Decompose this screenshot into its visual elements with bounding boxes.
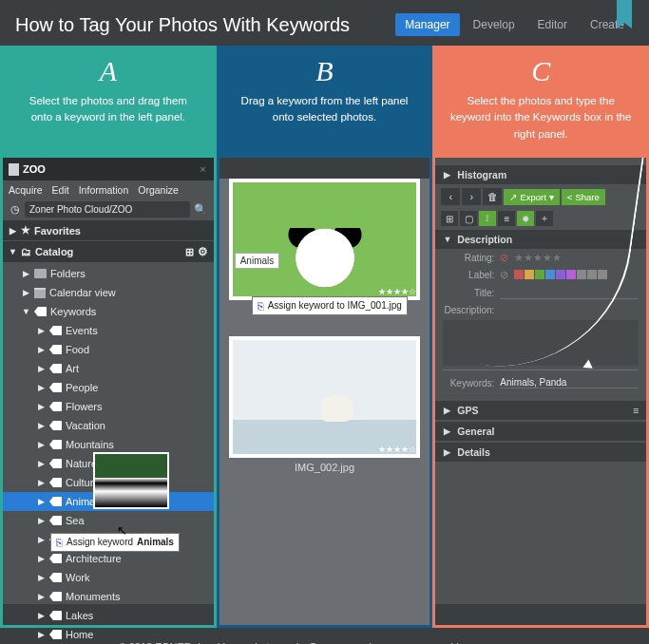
tag-icon <box>49 573 62 582</box>
keyword-work[interactable]: ▶Work <box>3 568 214 587</box>
keyword-lakes[interactable]: ▶Lakes <box>3 606 214 625</box>
menu-edit[interactable]: Edit <box>52 184 69 196</box>
rating-stars[interactable]: ★★★★☆ <box>378 445 416 454</box>
page-title: How to Tag Your Photos With Keywords <box>15 14 395 36</box>
tag-icon <box>49 345 62 354</box>
col-a-letter: A <box>17 55 200 87</box>
dragged-thumbnail <box>93 452 169 509</box>
tag-icon <box>49 440 62 449</box>
assign-tooltip-a: ⎘ Assign keyword Animals <box>50 533 180 552</box>
menu-information[interactable]: Information <box>79 184 129 196</box>
section-details[interactable]: ▶Details <box>435 443 646 462</box>
column-b: B Drag a keyword from the left panel ont… <box>217 46 433 628</box>
assign-cursor-icon: ⎘ <box>258 300 264 312</box>
document-tab[interactable]: ZOO × <box>3 158 214 180</box>
calendar-icon <box>34 288 46 298</box>
tag-icon <box>49 592 62 601</box>
catalog-icon: 🗂 <box>21 246 31 257</box>
keyword-mountains[interactable]: ▶Mountains <box>3 435 214 454</box>
search-icon[interactable]: 🔍 <box>193 203 208 216</box>
caret-right-icon: ▶ <box>9 226 17 236</box>
tag-icon <box>49 497 62 506</box>
col-a-desc: Select the photos and drag them onto a k… <box>17 93 200 126</box>
section-general[interactable]: ▶General <box>435 422 646 441</box>
star-icon: ★ <box>21 224 30 237</box>
tag-tool-icon[interactable]: ⊞ <box>441 211 458 226</box>
favorites-label: Favorites <box>34 225 81 237</box>
column-c: C Select the photos and type the keyword… <box>432 46 649 628</box>
header: How to Tag Your Photos With Keywords Man… <box>0 0 649 46</box>
image-caption-2: IMG_002.jpg <box>229 462 421 473</box>
photo-thumbnail-2[interactable]: ★★★★☆ <box>229 336 421 458</box>
folder-icon <box>34 269 47 278</box>
keyword-monuments[interactable]: ▶Monuments <box>3 587 214 606</box>
document-icon <box>9 163 19 176</box>
col-c-letter: C <box>449 55 632 87</box>
tag-icon <box>49 402 62 411</box>
tag-icon <box>49 383 62 392</box>
keyword-architecture[interactable]: ▶Architecture <box>3 549 214 568</box>
menu-acquire[interactable]: Acquire <box>9 184 43 196</box>
catalog-label: Catalog <box>35 246 73 257</box>
location-field[interactable]: Zoner Photo Cloud/ZOO <box>25 201 190 218</box>
tag-icon <box>49 611 62 620</box>
section-gps[interactable]: ▶GPS≡ <box>435 401 646 420</box>
keywords-label: Keywords: <box>443 378 494 388</box>
dragged-keyword-tag: Animals <box>235 253 280 269</box>
tag-icon <box>49 630 62 639</box>
close-icon[interactable]: × <box>192 163 213 175</box>
add-folder-icon[interactable]: ⊞ <box>185 246 194 258</box>
tree-calendar[interactable]: ▶Calendar view <box>3 283 214 302</box>
keyword-events[interactable]: ▶Events <box>3 321 214 340</box>
tree-keywords[interactable]: ▼Keywords <box>3 302 214 321</box>
tag-icon <box>49 326 62 335</box>
history-icon[interactable]: ◷ <box>9 204 22 216</box>
tab-manager[interactable]: Manager <box>395 13 459 36</box>
keyword-vacation[interactable]: ▶Vacation <box>3 416 214 435</box>
tab-develop[interactable]: Develop <box>464 13 525 36</box>
col-b-desc: Drag a keyword from the left panel onto … <box>234 93 416 126</box>
hamburger-icon[interactable]: ≡ <box>633 405 639 416</box>
rating-stars[interactable]: ★★★★☆ <box>378 287 416 296</box>
gear-icon[interactable]: ⚙ <box>198 245 208 258</box>
tag-icon <box>49 478 62 487</box>
menu-bar: Acquire Edit Information Organize <box>3 180 214 199</box>
keyword-art[interactable]: ▶Art <box>3 359 214 378</box>
tab-editor[interactable]: Editor <box>528 13 577 36</box>
keywords-input[interactable]: Animals, Panda <box>500 377 639 388</box>
tag-icon <box>49 554 62 563</box>
assign-cursor-icon: ⎘ <box>56 537 63 548</box>
keyword-flowers[interactable]: ▶Flowers <box>3 397 214 416</box>
tag-icon <box>49 516 62 525</box>
cursor-icon: ↖ <box>117 523 127 538</box>
document-tab-label: ZOO <box>23 163 192 175</box>
tag-icon <box>49 364 62 373</box>
polar-bear-image <box>321 395 353 422</box>
panda-image <box>287 228 363 294</box>
back-icon[interactable]: ‹ <box>441 188 460 205</box>
keyword-people[interactable]: ▶People <box>3 378 214 397</box>
photo-thumbnail-1[interactable]: Animals ★★★★☆ <box>229 179 421 300</box>
section-catalog[interactable]: ▼ 🗂 Catalog ⊞ ⚙ <box>3 241 214 262</box>
nav-tabs: Manager Develop Editor Create <box>395 13 634 36</box>
tag-icon <box>34 307 47 316</box>
tag-icon <box>49 459 62 468</box>
keyword-sea[interactable]: ▶Sea <box>3 511 214 530</box>
assign-tooltip-b: ⎘ Assign keyword to IMG_001.jpg <box>252 296 408 315</box>
tag-icon <box>49 421 62 430</box>
col-b-letter: B <box>234 55 416 87</box>
tree-folders[interactable]: ▶Folders <box>3 264 214 283</box>
menu-organize[interactable]: Organize <box>138 184 179 196</box>
section-favorites[interactable]: ▶ ★ Favorites <box>3 220 214 240</box>
column-a: A Select the photos and drag them onto a… <box>0 46 217 628</box>
caret-down-icon: ▼ <box>9 247 17 256</box>
keyword-home[interactable]: ▶Home <box>3 625 214 644</box>
keyword-food[interactable]: ▶Food <box>3 340 214 359</box>
